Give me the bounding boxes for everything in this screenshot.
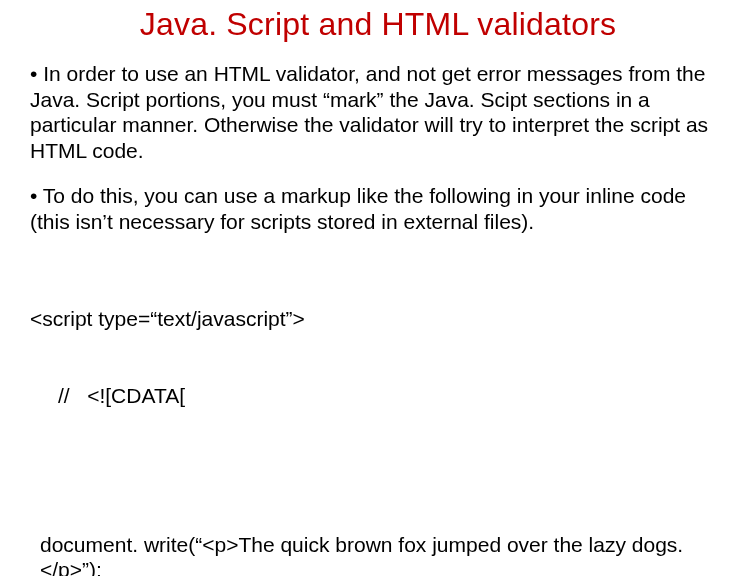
code-line-2: // <![CDATA[ xyxy=(30,383,726,409)
paragraph-2: • To do this, you can use a markup like … xyxy=(30,183,726,234)
paragraph-1: • In order to use an HTML validator, and… xyxy=(30,61,726,163)
code-example: <script type=“text/javascript”> // <![CD… xyxy=(30,255,726,576)
slide: Java. Script and HTML validators • In or… xyxy=(0,0,756,576)
slide-title: Java. Script and HTML validators xyxy=(30,6,726,43)
code-line-3: document. write(“<p>The quick brown fox … xyxy=(30,532,726,576)
code-line-1: <script type=“text/javascript”> xyxy=(30,306,726,332)
